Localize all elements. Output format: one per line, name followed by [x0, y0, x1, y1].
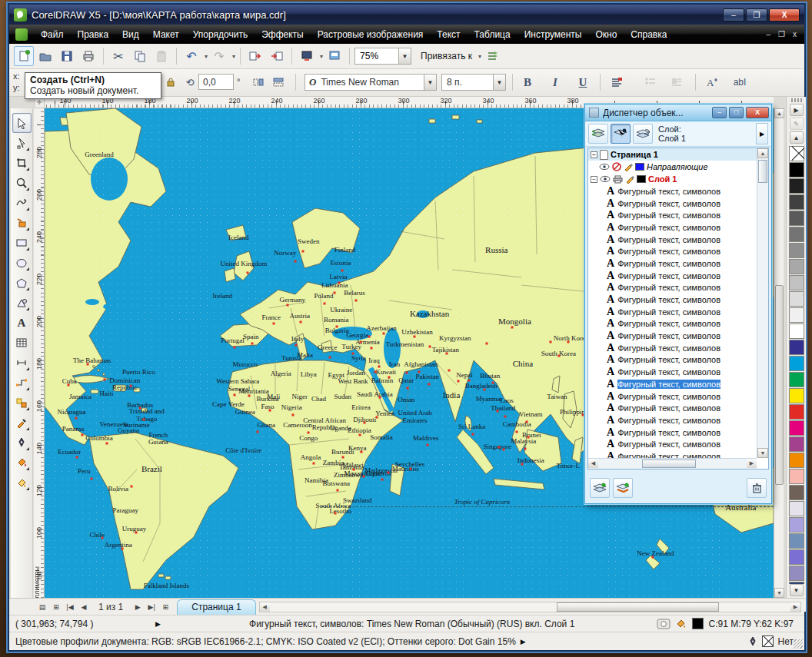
- object-row[interactable]: AФигурный текст, символов: [588, 221, 757, 234]
- underline-button[interactable]: U: [574, 73, 592, 91]
- page-tab[interactable]: Страница 1: [177, 599, 255, 615]
- page-options-icon[interactable]: ▤: [35, 600, 49, 614]
- rectangle-tool[interactable]: [12, 233, 32, 253]
- menu-view[interactable]: Вид: [115, 27, 146, 42]
- layer1-row[interactable]: − Слой 1: [588, 173, 768, 185]
- maximize-button[interactable]: ❐: [746, 8, 767, 22]
- object-row[interactable]: AФигурный текст, символов: [588, 270, 757, 282]
- delete-button[interactable]: [747, 478, 767, 498]
- tree-scroll-left-icon[interactable]: ◀: [588, 459, 598, 468]
- last-page-icon[interactable]: ▶|: [145, 600, 158, 614]
- table-tool[interactable]: [12, 333, 32, 353]
- first-page-icon[interactable]: |◀: [63, 600, 77, 614]
- object-row[interactable]: AФигурный текст, символов: [588, 306, 757, 318]
- docker-close-icon[interactable]: X: [746, 107, 769, 118]
- guides-color-swatch[interactable]: [635, 163, 644, 171]
- palette-swatch[interactable]: [789, 259, 804, 274]
- mirror-horizontal-icon[interactable]: [249, 73, 268, 91]
- basic-shapes-tool[interactable]: [12, 293, 32, 313]
- object-row[interactable]: AФигурный текст, символов: [588, 282, 757, 294]
- collapse-icon[interactable]: −: [591, 151, 597, 158]
- menu-layout[interactable]: Макет: [146, 27, 186, 42]
- menu-arrange[interactable]: Упорядочить: [186, 27, 255, 42]
- text-tool[interactable]: A: [12, 313, 32, 333]
- bulleted-list-icon[interactable]: [641, 73, 660, 91]
- redo-button[interactable]: ↷: [209, 46, 229, 66]
- docker-title-bar[interactable]: Диспетчер объек... – □ X: [585, 105, 771, 121]
- layer-color-swatch[interactable]: [637, 175, 646, 183]
- pick-tool[interactable]: [12, 113, 32, 133]
- tree-horizontal-scrollbar[interactable]: ◀ ▶: [588, 458, 757, 469]
- menu-file[interactable]: Файл: [34, 27, 71, 42]
- palette-swatch[interactable]: [789, 307, 804, 323]
- status-expand-icon[interactable]: ▶: [155, 620, 161, 628]
- open-button[interactable]: [35, 46, 55, 66]
- snap-to-label[interactable]: Привязать к: [413, 51, 475, 61]
- object-row[interactable]: AФигурный текст, символов: [588, 245, 757, 257]
- blend-tool[interactable]: [12, 393, 32, 413]
- palette-flyout-icon[interactable]: ▶: [790, 104, 804, 116]
- freehand-tool[interactable]: [12, 193, 32, 213]
- previous-page-icon[interactable]: ◀: [77, 600, 91, 614]
- vertical-ruler[interactable]: миллиметры 28026024022020018016014012010…: [34, 108, 45, 598]
- menu-edit[interactable]: Правка: [71, 27, 116, 42]
- palette-scroll-down-icon[interactable]: ▼: [790, 584, 804, 596]
- zoom-level-combo[interactable]: 75% ▼: [354, 48, 411, 65]
- tree-hscroll-thumb[interactable]: [642, 460, 696, 468]
- outline-pen-tool[interactable]: [12, 433, 32, 453]
- guides-layer-row[interactable]: Направляющие: [588, 161, 768, 173]
- interactive-fill-tool[interactable]: [12, 473, 32, 493]
- palette-swatch[interactable]: [789, 533, 804, 549]
- mirror-vertical-icon[interactable]: [269, 73, 288, 91]
- palette-swatch[interactable]: [789, 275, 804, 290]
- italic-button[interactable]: I: [546, 73, 564, 91]
- palette-swatch[interactable]: [789, 549, 804, 565]
- copy-icon[interactable]: [130, 46, 150, 66]
- menu-tools[interactable]: Инструменты: [517, 27, 589, 42]
- new-layer-button[interactable]: [590, 478, 610, 498]
- palette-swatch[interactable]: [789, 388, 804, 403]
- non-printable-icon[interactable]: [612, 162, 621, 171]
- export-button[interactable]: [267, 46, 287, 66]
- object-row[interactable]: AФигурный текст, символов: [588, 402, 757, 414]
- palette-swatch[interactable]: [789, 194, 804, 210]
- palette-swatch[interactable]: [789, 211, 804, 226]
- palette-eyedropper-icon[interactable]: ✎: [790, 118, 804, 130]
- show-object-properties-button[interactable]: [588, 124, 608, 144]
- object-row[interactable]: AФигурный текст, символов: [588, 185, 757, 197]
- scroll-right-icon[interactable]: ▶: [790, 602, 800, 612]
- shape-tool[interactable]: [12, 133, 32, 153]
- profiles-expand-icon[interactable]: ▶: [521, 638, 526, 645]
- scroll-down-icon[interactable]: ▼: [774, 588, 784, 598]
- add-page-before-icon[interactable]: ⊞: [49, 600, 63, 614]
- menu-help[interactable]: Справка: [624, 27, 674, 42]
- object-row[interactable]: AФигурный текст, символов: [588, 366, 757, 378]
- object-row[interactable]: AФигурный текст, символов: [588, 450, 757, 458]
- tree-scroll-down-icon[interactable]: ▼: [757, 448, 768, 458]
- palette-swatch[interactable]: [789, 162, 804, 178]
- palette-swatch[interactable]: [789, 356, 804, 371]
- zoom-tool[interactable]: [12, 173, 32, 193]
- object-row[interactable]: AФигурный текст, символов: [588, 342, 757, 354]
- object-row[interactable]: AФигурный текст, символов: [588, 197, 757, 210]
- tree-scroll-right-icon[interactable]: ▶: [747, 459, 757, 468]
- layer-manager-view-button[interactable]: [633, 124, 653, 144]
- scroll-left-icon[interactable]: ◀: [260, 602, 270, 612]
- palette-swatch[interactable]: [789, 340, 804, 355]
- vertical-scroll-thumb[interactable]: [775, 285, 784, 485]
- application-launcher-icon[interactable]: [297, 46, 317, 66]
- visibility-eye-icon[interactable]: [599, 163, 610, 171]
- character-formatting-icon[interactable]: A: [703, 73, 721, 91]
- object-row[interactable]: AФигурный текст, символов: [588, 426, 757, 439]
- rotation-angle-field[interactable]: 0,0: [198, 74, 234, 90]
- editable-pencil-icon[interactable]: [625, 174, 634, 184]
- bold-button[interactable]: B: [518, 73, 537, 91]
- palette-swatch[interactable]: [789, 227, 804, 242]
- fill-tool[interactable]: [12, 453, 32, 473]
- palette-swatch[interactable]: [789, 372, 804, 387]
- new-master-layer-button[interactable]: [613, 478, 633, 498]
- doc-close-icon[interactable]: x: [793, 30, 797, 38]
- palette-swatch[interactable]: [789, 469, 804, 484]
- palette-swatch[interactable]: [789, 178, 804, 194]
- editable-pencil-icon[interactable]: [624, 162, 633, 171]
